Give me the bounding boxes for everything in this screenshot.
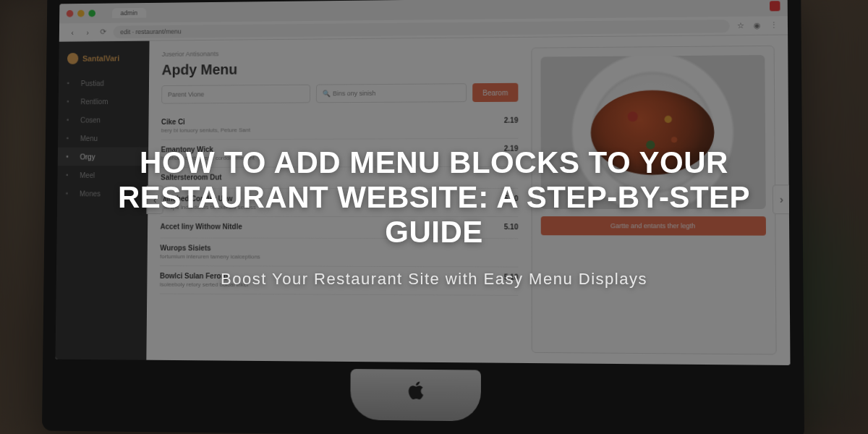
hero-overlay: HOW TO ADD MENU BLOCKS TO YOUR RESTAURAN… [0,0,868,434]
hero-title: HOW TO ADD MENU BLOCKS TO YOUR RESTAURAN… [87,145,781,250]
hero-subtitle: Boost Your Restaurant Site with Easy Men… [221,270,647,289]
